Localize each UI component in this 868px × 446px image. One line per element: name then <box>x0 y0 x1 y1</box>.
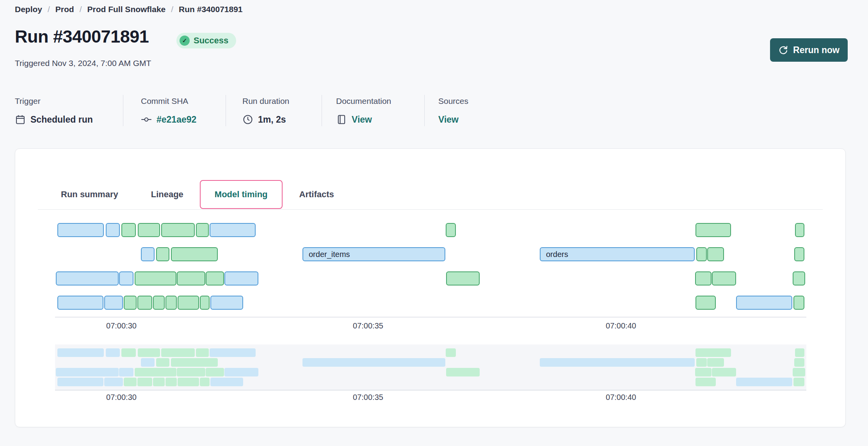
clock-icon <box>242 114 253 125</box>
success-check-icon: ✓ <box>180 36 190 46</box>
minimap-bar <box>161 348 195 357</box>
model-timing-gantt: order_itemsorders07:00:3007:00:3507:00:4… <box>55 223 806 336</box>
minimap-bar <box>793 368 805 376</box>
tab-model-timing-highlight: Model timing <box>200 180 283 209</box>
gantt-bar[interactable] <box>135 271 176 285</box>
tab-artifacts[interactable]: Artifacts <box>299 189 334 200</box>
gantt-bar[interactable] <box>119 271 133 285</box>
gantt-bar[interactable] <box>161 223 195 237</box>
minimap-bar <box>177 368 205 376</box>
minimap-bar <box>57 348 104 357</box>
gantt-bar[interactable] <box>736 296 792 310</box>
gantt-bar[interactable] <box>156 247 169 261</box>
minimap-bar <box>794 358 804 367</box>
rerun-button-label: Rerun now <box>793 45 840 55</box>
breadcrumb-item[interactable]: Prod Full Snowflake <box>87 5 166 14</box>
gantt-bar[interactable] <box>104 296 123 310</box>
breadcrumb-item[interactable]: Prod <box>55 5 74 14</box>
meta-value-text: 1m, 2s <box>258 114 286 125</box>
minimap-bar <box>106 348 120 357</box>
meta-label: Sources <box>438 96 468 106</box>
gantt-bar[interactable] <box>124 296 137 310</box>
gantt-bar[interactable] <box>696 247 707 261</box>
minimap-bar <box>793 378 804 386</box>
gantt-bar[interactable] <box>210 223 256 237</box>
gantt-bar[interactable] <box>153 296 165 310</box>
tab-run-summary[interactable]: Run summary <box>61 189 118 200</box>
minimap-bar <box>121 348 136 357</box>
minimap-bar <box>104 378 123 386</box>
minimap-bar <box>138 348 160 357</box>
minimap-bar <box>156 358 169 367</box>
gantt-bar[interactable] <box>57 296 103 310</box>
tab-model-timing[interactable]: Model timing <box>215 189 268 200</box>
meta-label: Documentation <box>336 96 424 106</box>
gantt-bar[interactable] <box>794 247 804 261</box>
gantt-bar[interactable] <box>712 271 736 285</box>
minimap-tick-label: 07:00:35 <box>337 393 399 402</box>
triggered-timestamp: Triggered Nov 3, 2024, 7:00 AM GMT <box>15 59 151 68</box>
gantt-bar[interactable] <box>200 296 210 310</box>
gantt-bar[interactable] <box>695 271 711 285</box>
gantt-bar[interactable]: order_items <box>302 247 445 261</box>
gantt-bar[interactable] <box>210 296 243 310</box>
gantt-bar[interactable] <box>138 223 160 237</box>
minimap-bar <box>137 378 152 386</box>
minimap-bar <box>141 358 155 367</box>
meta-value-text[interactable]: View <box>438 114 459 125</box>
meta-value-text[interactable]: #e21ae92 <box>157 114 196 125</box>
gantt-bar[interactable] <box>106 223 120 237</box>
meta-column-documentation: DocumentationView <box>322 95 424 126</box>
minimap-bar <box>210 378 243 386</box>
minimap-bar <box>178 378 199 386</box>
gantt-bar[interactable] <box>206 271 224 285</box>
minimap-bar <box>446 368 480 376</box>
gantt-minimap-brush[interactable] <box>55 344 806 391</box>
gantt-bar[interactable] <box>165 296 177 310</box>
minimap-bar <box>695 378 716 386</box>
gantt-bar[interactable] <box>793 296 804 310</box>
minimap-tick-label: 07:00:30 <box>90 393 153 402</box>
gantt-bar[interactable] <box>446 223 456 237</box>
gantt-bar[interactable] <box>196 223 209 237</box>
gantt-bar[interactable] <box>137 296 152 310</box>
minimap-bar <box>124 378 137 386</box>
meta-label: Run duration <box>242 96 322 106</box>
gantt-bar[interactable] <box>141 247 155 261</box>
rerun-now-button[interactable]: Rerun now <box>770 38 848 62</box>
gantt-bar[interactable] <box>178 296 199 310</box>
document-icon <box>336 114 347 125</box>
meta-value-text[interactable]: View <box>352 114 372 125</box>
minimap-bar <box>696 358 707 367</box>
gantt-bar-label: orders <box>546 250 568 259</box>
minimap-bar <box>119 368 133 376</box>
axis-tick-label: 07:00:35 <box>337 321 399 330</box>
gantt-bar[interactable] <box>57 223 104 237</box>
axis-tick-label: 07:00:30 <box>90 321 153 330</box>
gantt-bar[interactable] <box>224 271 258 285</box>
gantt-bar[interactable] <box>695 296 716 310</box>
meta-value: View <box>336 113 424 126</box>
gantt-bar[interactable] <box>793 271 805 285</box>
gantt-bar[interactable] <box>56 271 119 285</box>
breadcrumb-item[interactable]: Deploy <box>15 5 42 14</box>
tab-lineage[interactable]: Lineage <box>151 189 183 200</box>
gantt-bar[interactable] <box>695 223 731 237</box>
gantt-bar[interactable] <box>446 271 480 285</box>
minimap-bar <box>707 358 724 367</box>
meta-column-sources: SourcesView <box>424 95 480 126</box>
gantt-bar[interactable] <box>121 223 136 237</box>
meta-label: Trigger <box>15 96 123 106</box>
minimap-bar <box>736 378 792 386</box>
run-detail-page: { "breadcrumb": { "separator": "/", "ite… <box>0 0 868 446</box>
meta-value: #e21ae92 <box>141 113 226 126</box>
gantt-bar[interactable] <box>171 247 218 261</box>
meta-value: View <box>438 113 468 126</box>
gantt-bar[interactable] <box>795 223 804 237</box>
gantt-bar[interactable] <box>707 247 724 261</box>
minimap-bar <box>196 348 209 357</box>
gantt-bar[interactable]: orders <box>540 247 695 261</box>
minimap-bar <box>153 378 165 386</box>
gantt-bar[interactable] <box>177 271 205 285</box>
meta-column-commit-sha: Commit SHA#e21ae92 <box>123 95 226 126</box>
